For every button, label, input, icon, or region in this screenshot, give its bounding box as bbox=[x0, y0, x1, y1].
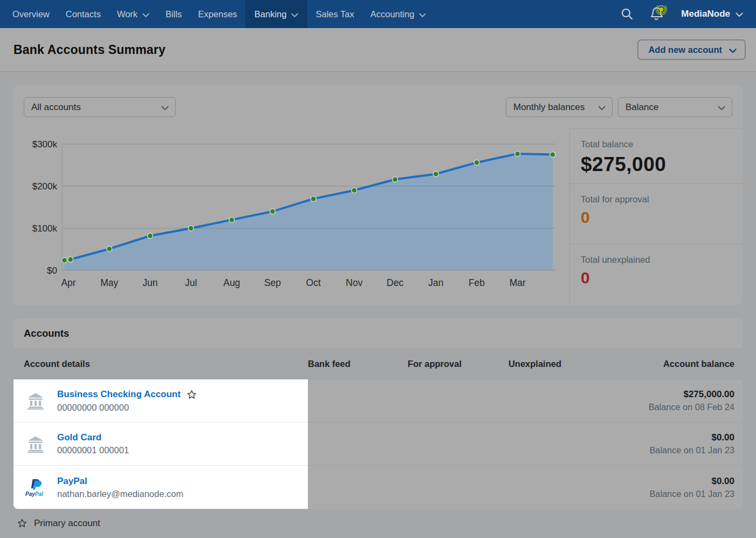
account-details-cell: Business Checking Account 00000000 00000… bbox=[13, 379, 308, 423]
svg-text:May: May bbox=[100, 277, 118, 288]
svg-text:Mar: Mar bbox=[510, 277, 526, 288]
account-email: nathan.barley@medianode.com bbox=[57, 489, 183, 499]
total-for-approval: Total for approval 0 bbox=[570, 184, 742, 244]
page-title: Bank Accounts Summary bbox=[13, 43, 166, 57]
primary-account-legend: Primary account bbox=[13, 509, 743, 529]
unexplained-cell bbox=[462, 379, 561, 423]
chevron-down-icon bbox=[291, 10, 298, 20]
total-for-approval-value: 0 bbox=[581, 208, 731, 227]
account-details-cell: Gold Card 00000001 000001 bbox=[13, 423, 308, 466]
svg-text:Jun: Jun bbox=[142, 277, 157, 288]
balance-note: Balance on 08 Feb 24 bbox=[649, 402, 734, 412]
top-nav: Overview Contacts Work Bills Expenses Ba… bbox=[0, 0, 756, 28]
account-details-cell: PayPal PayPal nathan.barley@medianode.co… bbox=[13, 466, 308, 509]
primary-account-star-icon bbox=[186, 389, 197, 400]
balance-amount: $0.00 bbox=[649, 476, 734, 487]
unexplained-cell bbox=[462, 466, 561, 509]
table-row: Business Checking Account 00000000 00000… bbox=[13, 379, 743, 423]
table-row: PayPal PayPal nathan.barley@medianode.co… bbox=[13, 466, 743, 509]
table-row: Gold Card 00000001 000001 $0.00 Balance … bbox=[13, 423, 743, 466]
svg-text:Aug: Aug bbox=[223, 277, 240, 288]
col-for-approval: For approval bbox=[373, 359, 462, 369]
accounts-filter-select[interactable]: All accounts bbox=[24, 97, 176, 117]
total-balance: Total balance $275,000 bbox=[570, 129, 742, 184]
chevron-down-icon bbox=[598, 103, 606, 113]
company-name: MediaNode bbox=[681, 9, 730, 19]
svg-text:$300k: $300k bbox=[32, 139, 58, 149]
unexplained-cell bbox=[462, 423, 561, 466]
col-account-details: Account details bbox=[13, 359, 308, 369]
svg-text:Apr: Apr bbox=[61, 277, 75, 288]
svg-text:Sep: Sep bbox=[264, 277, 281, 288]
col-bank-feed: Bank feed bbox=[308, 359, 373, 369]
total-unexplained-value: 0 bbox=[581, 269, 731, 287]
col-account-balance: Account balance bbox=[561, 359, 743, 369]
for-approval-cell bbox=[373, 379, 462, 423]
bank-icon bbox=[25, 392, 46, 410]
total-unexplained: Total unexplained 0 bbox=[570, 244, 742, 305]
nav-item-bills[interactable]: Bills bbox=[157, 0, 190, 28]
chevron-down-icon bbox=[718, 103, 725, 113]
chart-filter-row: All accounts Monthly balances Balance bbox=[13, 85, 743, 128]
bank-icon bbox=[25, 435, 46, 453]
chevron-down-icon bbox=[419, 10, 426, 20]
svg-text:PayPal: PayPal bbox=[25, 491, 43, 497]
svg-text:Dec: Dec bbox=[387, 277, 403, 288]
accounts-table-header: Account details Bank feed For approval U… bbox=[13, 349, 743, 379]
accounts-panel: Accounts Account details Bank feed For a… bbox=[13, 318, 743, 509]
balance-note: Balance on 01 Jan 23 bbox=[649, 489, 734, 499]
period-select[interactable]: Monthly balances bbox=[506, 97, 613, 117]
svg-text:$100k: $100k bbox=[32, 223, 58, 234]
account-balance-cell: $275,000.00 Balance on 08 Feb 24 bbox=[561, 379, 743, 423]
totals-summary: Total balance $275,000 Total for approva… bbox=[569, 128, 742, 304]
account-link[interactable]: Business Checking Account bbox=[57, 389, 181, 400]
main-content: All accounts Monthly balances Balance $0… bbox=[0, 72, 756, 538]
add-new-account-button[interactable]: Add new account bbox=[637, 39, 746, 60]
nav-item-sales-tax[interactable]: Sales Tax bbox=[307, 0, 362, 28]
star-icon bbox=[17, 518, 28, 529]
svg-text:Feb: Feb bbox=[469, 277, 485, 288]
nav-item-overview[interactable]: Overview bbox=[4, 0, 58, 28]
account-link[interactable]: PayPal bbox=[57, 476, 87, 487]
accounts-section-title: Accounts bbox=[13, 318, 743, 349]
notification-bell-icon[interactable] bbox=[648, 5, 667, 23]
svg-text:Oct: Oct bbox=[306, 277, 321, 288]
nav-menu: Overview Contacts Work Bills Expenses Ba… bbox=[0, 0, 434, 28]
balances-panel: All accounts Monthly balances Balance $0… bbox=[13, 85, 743, 305]
bank-feed-cell bbox=[308, 379, 373, 423]
metric-select[interactable]: Balance bbox=[618, 97, 732, 117]
account-balance-cell: $0.00 Balance on 01 Jan 23 bbox=[561, 423, 743, 466]
bank-feed-cell bbox=[308, 423, 373, 466]
balance-amount: $0.00 bbox=[649, 432, 734, 443]
balance-note: Balance on 01 Jan 23 bbox=[649, 445, 734, 455]
for-approval-cell bbox=[373, 466, 462, 509]
svg-text:Nov: Nov bbox=[346, 277, 362, 288]
page-header: Bank Accounts Summary Add new account bbox=[0, 28, 756, 72]
account-link[interactable]: Gold Card bbox=[57, 432, 101, 443]
chevron-down-icon bbox=[729, 45, 737, 56]
balance-chart: $0$100k$200k$300kAprMayJunJulAugSepOctNo… bbox=[13, 128, 569, 304]
nav-item-contacts[interactable]: Contacts bbox=[58, 0, 109, 28]
for-approval-cell bbox=[373, 423, 462, 466]
nav-item-expenses[interactable]: Expenses bbox=[190, 0, 245, 28]
paypal-icon: PayPal bbox=[25, 477, 46, 498]
account-balance-cell: $0.00 Balance on 01 Jan 23 bbox=[561, 466, 743, 509]
search-icon[interactable] bbox=[621, 8, 634, 21]
total-balance-value: $275,000 bbox=[581, 153, 731, 176]
account-number: 00000001 000001 bbox=[57, 445, 129, 455]
nav-item-work[interactable]: Work bbox=[109, 0, 157, 28]
svg-text:$200k: $200k bbox=[32, 181, 58, 192]
account-menu[interactable]: MediaNode bbox=[681, 8, 743, 20]
chevron-down-icon bbox=[161, 103, 169, 113]
svg-text:Jul: Jul bbox=[185, 277, 197, 288]
chevron-down-icon bbox=[142, 10, 149, 20]
svg-text:$0: $0 bbox=[47, 265, 57, 276]
balance-amount: $275,000.00 bbox=[649, 389, 734, 400]
col-unexplained: Unexplained bbox=[462, 359, 561, 369]
svg-text:Jan: Jan bbox=[428, 277, 443, 288]
nav-item-banking[interactable]: Banking bbox=[245, 0, 308, 28]
chevron-down-icon bbox=[736, 9, 743, 20]
bank-feed-cell bbox=[308, 466, 373, 509]
account-number: 00000000 000000 bbox=[57, 403, 197, 413]
nav-item-accounting[interactable]: Accounting bbox=[362, 0, 435, 28]
